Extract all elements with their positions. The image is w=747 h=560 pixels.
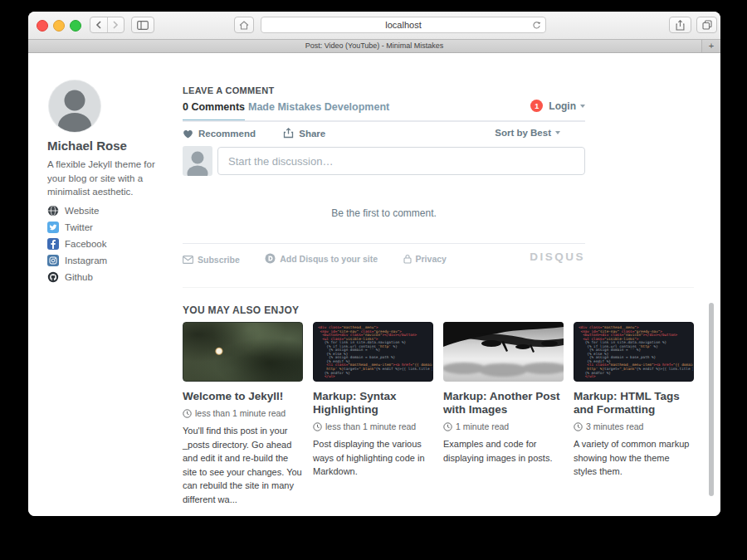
post-title[interactable]: Markup: HTML Tags and Formatting: [574, 390, 694, 416]
chevron-down-icon: [580, 105, 585, 108]
sidebar-link-instagram[interactable]: Instagram: [47, 252, 180, 269]
read-time: less than 1 minute read: [195, 408, 286, 418]
disqus-logo[interactable]: DISQUS: [530, 251, 585, 263]
post-title[interactable]: Welcome to Jekyll!: [183, 390, 303, 403]
zoom-button[interactable]: [70, 20, 81, 32]
author-bio: A flexible Jekyll theme for your blog or…: [47, 158, 173, 199]
sidebar-link-github[interactable]: Github: [47, 269, 180, 285]
instagram-icon: [47, 255, 59, 266]
share-button[interactable]: [669, 17, 691, 33]
related-posts: Welcome to Jekyll! less than 1 minute re…: [183, 322, 694, 506]
disqus-tabs: 0 Comments Made Mistakes Development 1 L…: [183, 101, 585, 121]
sort-by-best-dropdown[interactable]: Sort by Best: [495, 128, 560, 138]
read-time: 1 minute read: [456, 421, 509, 431]
share-box-icon: [283, 128, 294, 139]
minimize-button[interactable]: [53, 20, 65, 32]
divider: [183, 243, 585, 244]
read-time: less than 1 minute read: [325, 421, 416, 431]
scrollbar-thumb[interactable]: [709, 303, 714, 496]
author-links: Website Twitter Facebook Instagram: [47, 202, 180, 285]
tab-bar: Post: Video (YouTube) - Minimal Mistakes…: [28, 40, 720, 53]
recommend-label: Recommend: [198, 129, 256, 139]
facebook-icon: [47, 238, 59, 250]
sidebar-link-twitter[interactable]: Twitter: [47, 219, 180, 236]
read-time: 3 minutes read: [586, 421, 643, 431]
back-button[interactable]: [90, 17, 107, 32]
address-bar[interactable]: localhost: [261, 17, 546, 33]
you-may-also-enjoy-heading: YOU MAY ALSO ENJOY: [183, 304, 299, 316]
share-comments-button[interactable]: Share: [283, 128, 325, 139]
related-post-card[interactable]: Markup: Another Post with Images 1 minut…: [443, 322, 564, 506]
sidebar-toggle-button[interactable]: [131, 17, 154, 33]
post-thumbnail[interactable]: [183, 322, 303, 382]
clock-icon: [443, 422, 452, 431]
sidebar-link-label: Website: [65, 206, 99, 216]
post-title[interactable]: Markup: Syntax Highlighting: [313, 390, 433, 416]
tab-comment-count[interactable]: 0 Comments: [183, 101, 245, 121]
globe-icon: [47, 205, 59, 217]
disqus-d-icon: [265, 253, 276, 264]
privacy-button[interactable]: Privacy: [403, 254, 447, 264]
chevron-down-icon: [555, 131, 560, 134]
empty-comments-message: Be the first to comment.: [183, 207, 585, 219]
close-button[interactable]: [37, 20, 48, 32]
tab-overview-button[interactable]: [696, 17, 717, 33]
post-meta: less than 1 minute read: [183, 408, 303, 418]
post-meta: 1 minute read: [443, 421, 564, 431]
post-thumbnail[interactable]: [443, 322, 564, 382]
forward-button[interactable]: [107, 17, 124, 32]
twitter-icon: [47, 222, 59, 233]
post-excerpt: Examples and code for displaying images …: [443, 437, 564, 465]
new-tab-button[interactable]: +: [701, 40, 720, 52]
history-nav-buttons: [90, 17, 124, 33]
chevron-left-icon: [95, 21, 102, 29]
sort-label: Sort by Best: [495, 128, 551, 138]
author-name: Michael Rose: [47, 139, 127, 153]
tab-community[interactable]: Made Mistakes Development: [248, 101, 389, 113]
landscape-photo: [443, 322, 564, 382]
subscribe-button[interactable]: Subscribe: [183, 255, 240, 265]
post-meta: less than 1 minute read: [313, 421, 433, 431]
recommend-button[interactable]: Recommend: [183, 129, 256, 139]
home-button[interactable]: [234, 17, 254, 33]
author-avatar: [49, 80, 100, 132]
disqus-footer: Subscribe Add Disqus to your site Privac…: [183, 252, 585, 265]
page-content: Michael Rose A flexible Jekyll theme for…: [28, 53, 720, 516]
share-icon: [676, 20, 685, 31]
browser-toolbar: localhost: [28, 12, 720, 40]
url-text: localhost: [385, 20, 421, 30]
sidebar-link-facebook[interactable]: Facebook: [47, 236, 180, 252]
disqus-actions: Recommend Share Sort by Best: [183, 128, 585, 141]
reload-icon: [532, 21, 541, 31]
related-post-card[interactable]: <div class="masthead__menu"> <nav id="si…: [313, 322, 433, 506]
envelope-icon: [183, 256, 193, 264]
share-label: Share: [299, 129, 325, 139]
comment-input[interactable]: [217, 147, 585, 175]
sidebar-link-label: Facebook: [65, 239, 107, 249]
sidebar-link-label: Instagram: [65, 256, 107, 265]
sidebar-link-website[interactable]: Website: [47, 202, 180, 219]
post-excerpt: You'll find this post in your _posts dir…: [183, 424, 303, 506]
login-button[interactable]: 1 Login: [530, 100, 585, 112]
clock-icon: [183, 409, 192, 418]
sidebar-icon: [137, 21, 149, 30]
active-tab[interactable]: Post: Video (YouTube) - Minimal Mistakes: [28, 40, 720, 52]
person-silhouette-icon: [49, 80, 100, 132]
clock-icon: [313, 422, 322, 431]
add-disqus-button[interactable]: Add Disqus to your site: [265, 253, 378, 264]
reload-button[interactable]: [532, 20, 541, 35]
divider: [183, 287, 694, 288]
clock-icon: [574, 422, 583, 431]
post-thumbnail[interactable]: <div class="masthead__menu"> <nav id="si…: [574, 322, 694, 382]
browser-window: localhost Post: Video (YouTube) - Minima…: [28, 12, 720, 516]
person-silhouette-icon: [183, 146, 212, 176]
post-meta: 3 minutes read: [574, 421, 694, 431]
add-disqus-label: Add Disqus to your site: [280, 254, 378, 264]
related-post-card[interactable]: <div class="masthead__menu"> <nav id="si…: [574, 322, 694, 506]
post-title[interactable]: Markup: Another Post with Images: [443, 390, 564, 416]
post-excerpt: A variety of common markup showing how t…: [574, 437, 694, 479]
tabs-icon: [702, 20, 712, 30]
notification-badge: 1: [530, 100, 543, 112]
post-thumbnail[interactable]: <div class="masthead__menu"> <nav id="si…: [313, 322, 433, 382]
related-post-card[interactable]: Welcome to Jekyll! less than 1 minute re…: [183, 322, 303, 506]
